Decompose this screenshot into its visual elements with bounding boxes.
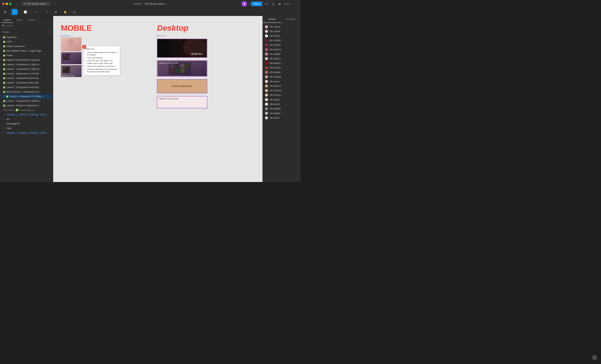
active-frame-tab[interactable]: Launch - ... [26,18,42,23]
shape-tool-button[interactable]: ◇ [33,9,39,15]
svg-rect-27 [175,63,180,68]
color-item-992359[interactable]: Ofir-992359 [263,43,300,47]
color-item-c96666[interactable]: Ofir-c96666 [263,70,300,75]
mobile-title: MOBILE [61,24,92,33]
sidebar-item-component-d[interactable]: ✅ Launch - Component D | Split Im... [1,99,52,103]
minimize-traffic-light[interactable] [6,3,8,5]
sidebar-item-rectangle[interactable]: | Rectangle 67 [1,122,52,126]
color-name: Ofir-edc6dc [270,30,280,32]
code-view-button[interactable]: </> [264,1,269,6]
sidebar-item-page-fe-cart[interactable]: ✅ Page-Fe-Cart (similar to Upness) [1,58,52,62]
color-item-d3a17f[interactable]: Ofir-D3A17F [263,84,300,88]
sidebar-item-component-a[interactable]: ✅ Launch - Component A | Split Im... [1,62,52,67]
prototype-tab-label: Prototype [286,18,296,20]
desktop-hero-frame[interactable]: SHOP ALL [157,39,207,58]
shape-chevron[interactable]: ▾ [39,11,40,13]
zoom-chevron[interactable]: ▾ [290,3,291,5]
sidebar-item-16px[interactable]: T 16px [1,126,52,131]
color-item-edd9cc[interactable]: Ofir-edd9cc [263,97,300,102]
more-options-button[interactable]: ··· [293,1,298,6]
user-avatar[interactable]: M [242,1,247,6]
color-swatch [265,75,268,78]
avatar-chevron[interactable]: ▾ [249,3,250,5]
text-tool-button[interactable]: T [43,9,50,15]
breadcrumb-dropdown-icon[interactable]: ▾ [166,3,167,5]
play-button[interactable]: ▶ [278,1,283,6]
check-icon: ✅ [3,45,5,48]
breadcrumb-archive[interactable]: Archive [133,2,141,5]
sidebar-item-promo-ba-3[interactable]: ✅ Launch - Component Promo Ba... [1,85,52,90]
add-page-button[interactable]: + [49,30,51,34]
color-swatch [265,48,268,51]
prototype-tab[interactable]: Prototype [282,16,301,23]
sidebar-item-headline-2[interactable]: T Headline 1 - Desktop - Raleway - black… [1,131,52,135]
color-item-a50000[interactable]: Ofir-A50000 [263,61,300,66]
assets-tab[interactable]: Assets [14,18,25,23]
search-input[interactable] [6,24,51,27]
color-item-e5c7b2[interactable]: Ofir-E5c7b2 [263,93,300,97]
close-traffic-light[interactable] [2,3,5,5]
frame-chevron[interactable]: ▾ [29,11,30,13]
color-item-db9999[interactable]: Ofir-DB9999 [263,75,300,79]
color-item-e0b6c3[interactable]: Ofir-e0b6c3 [263,56,300,61]
sidebar-item-not-for-launch[interactable]: ✅ Not for launch - Component Col... [1,90,52,94]
svg-rect-17 [63,69,65,71]
sidebar-item-promo-ba-1[interactable]: ✅ Launch - Component Promo Ba... [1,76,52,80]
face-essentials-frame[interactable]: FACE ESSENTIALS [157,79,207,93]
layer-item-label: Footer [6,54,50,57]
color-swatch [265,62,268,65]
layers-tab[interactable]: Layers [1,18,13,23]
present-icon[interactable]: ◫ [271,1,276,6]
color-item-b24d76[interactable]: Ofir-B24D76 [263,47,300,52]
design-tab[interactable]: Design [263,16,282,23]
desktop-cosmetics-frame[interactable]: NAME OF COLLECTION [157,60,207,77]
add-tab-button[interactable]: + [53,2,55,6]
share-button[interactable]: Share [251,1,262,6]
sidebar-item-promo-ba-2[interactable]: ✅ Launch - Component Promo Ba... [1,80,52,85]
color-item-b5b8ba[interactable]: Ofir-b5b8ba [263,111,300,115]
sidebar-item-ctas[interactable]: ✅ CTAs [1,39,52,44]
mobile-frame-1[interactable] [61,37,82,51]
active-tab[interactable]: Ofir Design System × [21,2,51,6]
home-button[interactable]: ⌂ [14,1,20,6]
sidebar-item-video-component[interactable]: ✅ Video-Component [1,44,52,48]
color-item-b73333[interactable]: Ofir-b73333 [263,66,300,70]
sidebar-item-on-hold[interactable]: ON HOLD - ✅ Email & pop up [1,108,52,112]
titlebar-right: M ▾ Share </> ◫ ▶ 21% ▾ ··· [242,1,298,6]
color-item-edc6dc[interactable]: Ofir-edc6dc [263,29,300,34]
color-item-f6e3ee[interactable]: Ofir-f6e3ee [263,34,300,38]
sidebar-item-product-component[interactable]: ✅ Launch - Product Component & ... [1,103,52,108]
component-tool-button[interactable]: ⊕ [53,9,59,15]
grid-tool-button[interactable]: ⊞ [2,9,8,15]
sidebar-item-footer[interactable]: ✅ Footer [1,53,52,58]
color-item-edcccc[interactable]: Ofir-edcccc [263,79,300,84]
pointer-chevron[interactable]: ▾ [18,11,19,13]
zoom-level[interactable]: 21% [284,2,289,5]
color-item-e3aacb[interactable]: Ofir-e3aacb [263,24,300,29]
hand-tool-button[interactable]: ✋ [62,9,68,15]
sidebar-item-40[interactable]: T 40 [1,117,52,122]
frame-tool-button[interactable]: ⬜ [22,9,28,15]
sidebar-item-nav-header[interactable]: ✅ Nav Header & Menu + Login Page [1,48,52,53]
comment-tool-button[interactable]: ◯ [71,9,78,15]
name-collection-frame[interactable]: NAME OF COLLECTION [157,96,207,108]
color-item-c68398[interactable]: Ofir-c68398 [263,52,300,56]
color-item-dcb499[interactable]: Ofir-DCB499 [263,88,300,93]
sidebar-item-headline-1[interactable]: ◇ Headline 1 - Desktop - Raleway - black… [1,112,52,117]
canvas[interactable]: MOBILE m-img-6:4 [53,16,262,182]
layer-item-label: Video-Component [6,45,50,48]
sidebar-item-component-b[interactable]: ✅ Launch - Component B | Split Im... [1,67,52,71]
color-item-f6ece5[interactable]: Ofir-f6ece5 [263,102,300,106]
sidebar-item-typefaces[interactable]: ✅ Typefaces [1,35,52,39]
color-item-cdcfd1[interactable]: Ofir-cdcfd1 [263,115,300,120]
layers-tab-label: Layers [4,19,11,21]
sidebar-item-full-width[interactable]: ✓ ✅ Launch - Component Full Width ... [1,94,52,99]
mobile-frame-3[interactable]: NAME OF COLLECTION [61,65,82,77]
maximize-traffic-light[interactable] [9,3,11,5]
color-item-7c0d3f[interactable]: Ofir-7c0D3F [263,38,300,43]
tab-close-button[interactable]: × [48,3,49,5]
mobile-frame-2[interactable]: NAME OF COLLECTION [61,52,82,64]
color-item-83888c[interactable]: Ofir-83888C [263,106,300,111]
sidebar-item-component-c[interactable]: ✅ Launch - Component C | Full Wi... [1,71,52,76]
pointer-tool-button[interactable]: ↖ [12,9,18,15]
